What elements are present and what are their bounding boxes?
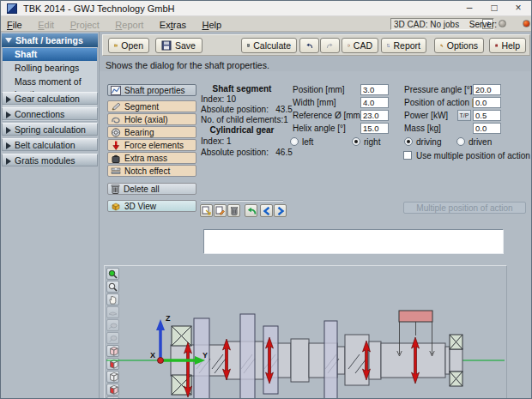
- trash-icon: [230, 206, 239, 215]
- sidebar-section-connections[interactable]: Connections: [2, 107, 98, 120]
- chevron-collapsed-icon: [6, 158, 11, 165]
- sidebar-item-shaft[interactable]: Shaft: [3, 48, 97, 61]
- delete-all-button[interactable]: Delete all: [107, 183, 196, 195]
- next-element-button[interactable]: [274, 204, 287, 217]
- gear-info-title: Cylindrical gear: [201, 125, 283, 135]
- torque-power-toggle-button[interactable]: T/P: [457, 110, 471, 121]
- open-button[interactable]: Open: [108, 38, 149, 53]
- sidebar-section-shaft-bearings[interactable]: Shaft / bearings: [2, 33, 98, 47]
- power-input[interactable]: [473, 110, 501, 121]
- undo-button[interactable]: [299, 38, 319, 53]
- content-panel: Shaft properties Segment Hole (axial) Be…: [100, 71, 532, 399]
- cad-icon: [348, 40, 350, 51]
- menu-help[interactable]: Help: [196, 18, 227, 33]
- hole-axial-button[interactable]: Hole (axial): [107, 113, 196, 125]
- sidebar-item-mass-moment[interactable]: Mass moment of inertia: [3, 76, 97, 88]
- chevron-right-icon: [276, 207, 285, 215]
- mass-label: Mass [kg]: [404, 123, 441, 134]
- options-button[interactable]: Options: [434, 38, 484, 53]
- chevron-collapsed-icon: [6, 96, 11, 103]
- sidebar: Shaft / bearings Shaft Rolling bearings …: [1, 32, 100, 399]
- window-title: TBK 2014 - GWJ Technology GmbH: [23, 3, 174, 14]
- help-book-icon: [495, 40, 498, 51]
- reference-diameter-input[interactable]: [360, 110, 389, 121]
- shaft-properties-button[interactable]: Shaft properties: [107, 84, 196, 96]
- cad-button[interactable]: CAD: [342, 38, 378, 53]
- sidebar-section-belt-calculation[interactable]: Belt calculation: [2, 138, 98, 151]
- report-icon: [387, 40, 390, 51]
- sidebar-section-gear-calculation[interactable]: Gear calculation: [2, 92, 98, 105]
- chevron-left-icon: [263, 207, 271, 215]
- message-box: [203, 229, 504, 254]
- pressure-angle-input[interactable]: [473, 84, 501, 95]
- save-icon: [161, 40, 172, 51]
- copy-element-icon: [202, 206, 211, 215]
- app-logo-icon: [7, 3, 17, 14]
- sidebar-section-spring-calculation[interactable]: Spring calculation: [2, 123, 98, 136]
- segment-abs-position: Absolute position: 43.5: [201, 105, 293, 114]
- width-input[interactable]: [360, 97, 389, 108]
- undo-element-button[interactable]: [245, 204, 257, 217]
- gear-index: Index: 1: [201, 136, 232, 146]
- paste-element-button[interactable]: [214, 204, 227, 217]
- close-button[interactable]: ×: [506, 1, 530, 16]
- maximize-button[interactable]: □: [482, 1, 506, 16]
- menu-report: Report: [109, 18, 149, 33]
- mass-input[interactable]: [473, 123, 501, 134]
- folder-open-icon: [114, 40, 118, 51]
- delete-element-button[interactable]: [227, 204, 240, 217]
- shaft-segments: [171, 335, 462, 385]
- force-arrow-icon: [111, 141, 121, 150]
- segment-children: No. of child elements:1: [201, 115, 288, 124]
- gear-disc: [324, 321, 337, 399]
- titlebar: TBK 2014 - GWJ Technology GmbH – □ ×: [1, 1, 531, 16]
- report-button[interactable]: Report: [381, 38, 426, 53]
- help-button[interactable]: Help: [489, 38, 526, 53]
- helix-angle-label: Helix angle [°]: [293, 123, 346, 134]
- helix-right-radio[interactable]: [352, 137, 360, 146]
- notch-effect-icon: [111, 166, 121, 176]
- save-button[interactable]: Save: [155, 38, 203, 53]
- shaft-diagram: X Y Z: [105, 266, 506, 399]
- minimize-button[interactable]: –: [457, 1, 481, 16]
- width-label: Width [mm]: [293, 97, 336, 108]
- shaft-drawing-canvas[interactable]: X Y Z: [104, 265, 507, 399]
- helix-angle-input[interactable]: [360, 123, 389, 134]
- bearing-button[interactable]: Bearing: [107, 126, 196, 138]
- sidebar-section-gratis-modules[interactable]: Gratis modules: [2, 154, 98, 166]
- main-toolbar: Open Save Calculate CAD Report: [102, 34, 530, 56]
- undo-green-icon: [246, 207, 257, 215]
- position-label: Position [mm]: [293, 84, 345, 95]
- driving-label: driving: [416, 136, 441, 148]
- notch-effect-button[interactable]: Notch effect: [107, 165, 196, 177]
- calculator-icon: [247, 40, 250, 51]
- previous-element-button[interactable]: [260, 204, 273, 217]
- segment-button[interactable]: Segment: [107, 100, 196, 112]
- position-input[interactable]: [360, 84, 389, 95]
- chevron-collapsed-icon: [6, 142, 11, 149]
- power-label: Power [kW]: [404, 110, 448, 121]
- pressure-angle-label: Pressure angle [°]: [404, 84, 473, 95]
- menu-edit: Edit: [32, 18, 60, 33]
- driven-radio[interactable]: [456, 137, 465, 146]
- multiple-position-checkbox[interactable]: [403, 151, 412, 160]
- origin-point: [158, 358, 164, 364]
- helix-left-radio[interactable]: [290, 137, 299, 146]
- bearing-icon: [111, 128, 121, 137]
- driving-radio[interactable]: [404, 137, 413, 146]
- shaft-properties-icon: [111, 86, 121, 95]
- calculate-button[interactable]: Calculate: [241, 38, 297, 53]
- extra-mass-button[interactable]: Extra mass: [107, 152, 196, 164]
- menu-extras[interactable]: Extras: [154, 18, 192, 33]
- force-elements-button[interactable]: Force elements: [107, 139, 196, 151]
- sidebar-item-rolling-bearings[interactable]: Rolling bearings: [3, 62, 97, 75]
- copy-element-button[interactable]: [200, 204, 213, 217]
- menu-project: Project: [64, 18, 106, 33]
- menu-file[interactable]: File: [1, 18, 28, 33]
- view-3d-button[interactable]: 3D View: [107, 200, 196, 212]
- segment-pencil-icon: [111, 102, 121, 112]
- position-of-action-input[interactable]: [473, 97, 501, 108]
- axis-z-label: Z: [166, 314, 171, 323]
- menubar: File Edit Project Report Extras Help 3D …: [1, 16, 531, 32]
- axis-x-label: X: [150, 351, 155, 360]
